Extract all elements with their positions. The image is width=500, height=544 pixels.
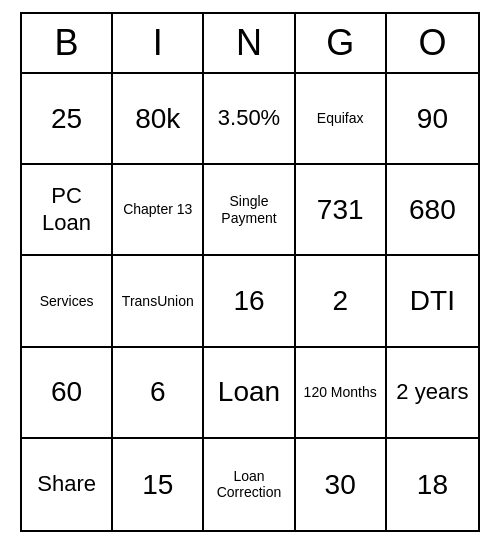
bingo-cell-10: Services bbox=[22, 256, 113, 347]
bingo-cell-18: 120 Months bbox=[296, 348, 387, 439]
bingo-cell-21: 15 bbox=[113, 439, 204, 530]
bingo-card: BINGO 2580k3.50%Equifax90PC LoanChapter … bbox=[20, 12, 480, 532]
header-letter-o: O bbox=[387, 14, 478, 72]
header-letter-n: N bbox=[204, 14, 295, 72]
bingo-cell-20: Share bbox=[22, 439, 113, 530]
bingo-cell-15: 60 bbox=[22, 348, 113, 439]
bingo-cell-5: PC Loan bbox=[22, 165, 113, 256]
header-letter-g: G bbox=[296, 14, 387, 72]
bingo-cell-1: 80k bbox=[113, 74, 204, 165]
bingo-grid: 2580k3.50%Equifax90PC LoanChapter 13Sing… bbox=[22, 74, 478, 530]
header-letter-b: B bbox=[22, 14, 113, 72]
bingo-cell-24: 18 bbox=[387, 439, 478, 530]
bingo-cell-8: 731 bbox=[296, 165, 387, 256]
bingo-cell-23: 30 bbox=[296, 439, 387, 530]
bingo-cell-16: 6 bbox=[113, 348, 204, 439]
bingo-cell-0: 25 bbox=[22, 74, 113, 165]
bingo-cell-13: 2 bbox=[296, 256, 387, 347]
bingo-header: BINGO bbox=[22, 14, 478, 74]
header-letter-i: I bbox=[113, 14, 204, 72]
bingo-cell-14: DTI bbox=[387, 256, 478, 347]
bingo-cell-11: TransUnion bbox=[113, 256, 204, 347]
bingo-cell-22: Loan Correction bbox=[204, 439, 295, 530]
bingo-cell-12: 16 bbox=[204, 256, 295, 347]
bingo-cell-4: 90 bbox=[387, 74, 478, 165]
bingo-cell-3: Equifax bbox=[296, 74, 387, 165]
bingo-cell-2: 3.50% bbox=[204, 74, 295, 165]
bingo-cell-7: Single Payment bbox=[204, 165, 295, 256]
bingo-cell-9: 680 bbox=[387, 165, 478, 256]
bingo-cell-6: Chapter 13 bbox=[113, 165, 204, 256]
bingo-cell-19: 2 years bbox=[387, 348, 478, 439]
bingo-cell-17: Loan bbox=[204, 348, 295, 439]
